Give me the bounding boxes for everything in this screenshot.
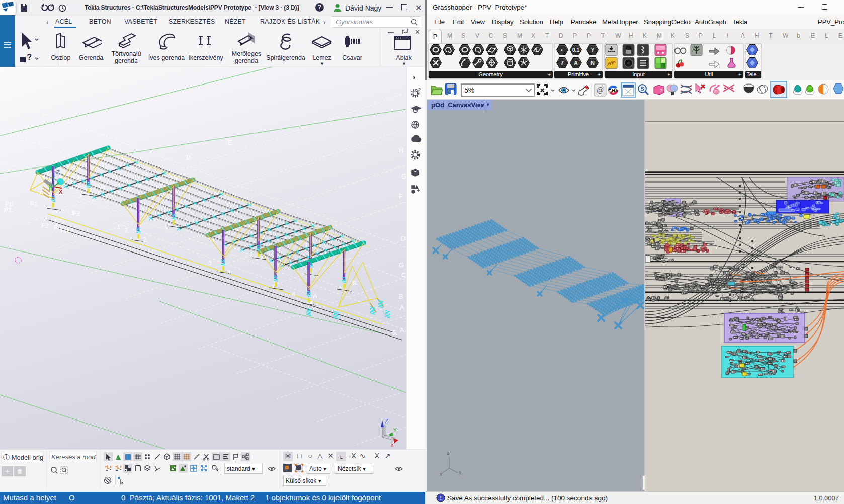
svg-text:F2: F2: [41, 222, 49, 229]
svg-text:4: 4: [310, 299, 313, 307]
svg-text:z: z: [447, 450, 449, 456]
svg-text:C: C: [401, 271, 406, 279]
svg-text:4: 4: [292, 290, 295, 298]
svg-text:G: G: [399, 261, 404, 269]
svg-text:?: ?: [418, 87, 421, 92]
svg-text:x: x: [440, 471, 442, 477]
svg-text:1: 1: [117, 223, 120, 230]
svg-text:x: x: [391, 442, 393, 448]
svg-text:A: A: [400, 303, 404, 311]
svg-text:E: E: [228, 139, 232, 146]
svg-text:A: A: [39, 189, 44, 197]
svg-text:Primitive: Primitive: [568, 71, 589, 77]
svg-text:Y: Y: [590, 47, 594, 53]
svg-text:Geometry: Geometry: [478, 71, 503, 77]
svg-text:Input: Input: [632, 71, 644, 77]
svg-text:+: +: [598, 72, 601, 77]
svg-text:Y: Y: [52, 176, 55, 181]
svg-text:2: 2: [124, 226, 128, 234]
svg-text:Z: Z: [56, 169, 60, 175]
svg-text:@: @: [597, 86, 604, 94]
svg-text:X: X: [59, 189, 63, 195]
svg-text:5%: 5%: [464, 86, 474, 94]
svg-text:3: 3: [208, 259, 212, 267]
svg-text:F2: F2: [73, 210, 80, 217]
svg-text:◐: ◐: [561, 47, 564, 53]
svg-text:3: 3: [227, 268, 230, 276]
svg-text:5.: 5.: [392, 329, 398, 337]
svg-text:F1: F1: [30, 200, 38, 208]
svg-text:D: D: [401, 235, 405, 242]
svg-text:S: S: [641, 86, 644, 92]
svg-text:0.1: 0.1: [572, 47, 580, 53]
svg-text:GHA: GHA: [608, 88, 619, 93]
svg-text:Z: Z: [385, 418, 388, 424]
svg-text:FA: FA: [54, 224, 62, 231]
svg-text:H: H: [399, 146, 403, 154]
svg-text:+: +: [548, 72, 551, 77]
svg-text:+: +: [738, 72, 741, 77]
svg-text:G: G: [401, 173, 406, 180]
svg-text:N: N: [590, 60, 595, 66]
svg-text:B: B: [101, 183, 105, 191]
svg-text:D: D: [186, 154, 191, 161]
svg-text:?: ?: [27, 52, 32, 62]
svg-text:Tele..: Tele..: [746, 71, 759, 77]
svg-text:B: B: [399, 293, 403, 300]
svg-text:B.: B.: [352, 279, 358, 287]
svg-text:C: C: [144, 169, 148, 176]
svg-text:?: ?: [660, 88, 662, 93]
svg-text:Y: Y: [393, 428, 397, 433]
svg-text:Util: Util: [705, 71, 713, 77]
svg-text:A: A: [313, 292, 317, 299]
svg-text:A: A: [574, 60, 578, 66]
svg-text:+: +: [667, 72, 670, 77]
svg-text:A.: A.: [400, 326, 406, 334]
svg-text:!: !: [440, 495, 442, 501]
svg-text:7: 7: [561, 60, 564, 66]
svg-text:2: 2: [143, 236, 146, 243]
svg-text:y: y: [459, 470, 461, 475]
svg-text:F1.: F1.: [4, 206, 14, 214]
svg-text:F: F: [399, 193, 403, 200]
